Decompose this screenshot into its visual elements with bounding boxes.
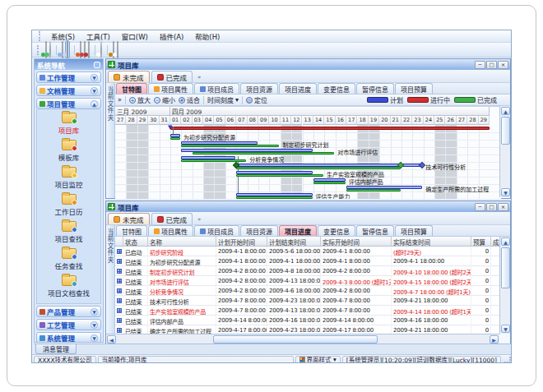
menu-item-3[interactable]: 插件(A) xyxy=(155,30,188,42)
menu-item-4[interactable]: 帮助(H) xyxy=(190,30,225,42)
globe-icon[interactable] xyxy=(49,42,51,58)
sidebar-item-项目文档查找[interactable]: 项目文档查找 xyxy=(37,274,100,302)
chevron-down-icon[interactable]: ▼ xyxy=(90,87,98,95)
sidebar-item-项目查找[interactable]: 项目查找 xyxy=(37,220,100,247)
table-row[interactable]: 已启动初步研究阶段2009-4-1 8:00:002009-5-6 18:00:… xyxy=(115,247,499,256)
progress-subtab-项目进度[interactable]: 项目进度 xyxy=(279,225,317,236)
help-icon[interactable] xyxy=(100,42,102,58)
close-button[interactable]: × xyxy=(498,61,508,69)
progress-side-strip[interactable]: 当前文件夹 xyxy=(106,225,115,344)
sidebar-item-任务查找[interactable]: 任务查找 xyxy=(37,247,100,274)
column-header-成[interactable]: 成 xyxy=(491,237,499,247)
sidebar-group-工作管理[interactable]: 工作管理▼ xyxy=(36,71,101,83)
gantt-subtab-甘特图[interactable]: 甘特图 xyxy=(116,83,147,94)
table-row[interactable]: 已结束分析竞争情况2009-4-2 8:00:002009-4-6 18:00:… xyxy=(115,286,499,296)
fit-button[interactable]: #适合 xyxy=(179,95,200,104)
gantt-side-strip[interactable]: 当前文件夹 xyxy=(106,83,115,198)
table-row[interactable]: 已结束对市场进行评估2009-4-2 8:00:002009-4-13 18:0… xyxy=(115,276,499,286)
menu-item-2[interactable]: 窗口(W) xyxy=(117,30,153,42)
column-header-计划结束时间[interactable]: 计划结束时间 xyxy=(267,237,321,247)
menu-item-0[interactable]: 系统(S) xyxy=(46,30,80,42)
table-row[interactable]: 已结束生产实验室规模的产品2009-4-7 8:00:002009-4-13 1… xyxy=(115,306,499,316)
column-header-预算[interactable]: 预算 xyxy=(471,237,491,247)
timescale-dropdown[interactable]: 时间刻度▾ xyxy=(207,95,239,104)
tab-message-manage[interactable]: 消息管理 xyxy=(35,344,77,354)
progress-subtab-甘特图[interactable]: 甘特图 xyxy=(116,225,147,236)
exit-icon[interactable] xyxy=(117,42,118,58)
report-delete-icon[interactable] xyxy=(88,42,90,58)
chevron-down-icon[interactable]: ▼ xyxy=(90,321,98,329)
maximize-button[interactable]: □ xyxy=(486,203,497,211)
sidebar-group-系统管理[interactable]: 系统管理▼ xyxy=(36,332,101,343)
sidebar-group-工艺管理[interactable]: 工艺管理▼ xyxy=(36,319,101,330)
progress-subtab-项目成员[interactable]: 项目成员 xyxy=(194,225,239,236)
column-header-icon[interactable] xyxy=(115,237,123,247)
gantt-vscrollbar[interactable]: ▲▼ xyxy=(499,106,510,197)
gantt-subtab-变更信息[interactable]: 变更信息 xyxy=(318,83,355,94)
resize-grip[interactable] xyxy=(504,357,511,363)
progress-subtab-项目资源[interactable]: 项目资源 xyxy=(240,225,278,236)
table-row[interactable]: 已结束制定初步研究计划2009-4-2 8:00:002009-4-8 18:0… xyxy=(115,266,499,276)
ui-style-switcher[interactable]: 界面样式 ▾ xyxy=(295,356,341,364)
sidebar-group-项目管理[interactable]: 项目管理▲ xyxy=(36,98,101,109)
tab-overflow-button[interactable]: » xyxy=(194,72,204,82)
scroll-right-arrow[interactable]: ▶ xyxy=(490,335,499,344)
pin-icon[interactable] xyxy=(94,62,100,68)
chevron-down-icon[interactable]: ▼ xyxy=(90,74,98,81)
maximize-button[interactable]: □ xyxy=(486,61,497,69)
gantt-subtab-暂停信息[interactable]: 暂停信息 xyxy=(356,83,394,94)
gantt-tab-已完成[interactable]: 已完成 xyxy=(151,71,193,82)
legend-label: 计划 xyxy=(390,95,403,104)
sidebar-group-产品管理[interactable]: 产品管理▼ xyxy=(36,306,101,317)
column-header-计划开始时间[interactable]: 计划开始时间 xyxy=(216,237,267,247)
scroll-thumb[interactable] xyxy=(501,247,510,288)
sidebar-item-项目库[interactable]: 项目库 xyxy=(37,112,100,139)
gantt-toolbar-overflow[interactable]: » xyxy=(118,96,122,104)
minimize-button[interactable]: ─ xyxy=(475,61,485,69)
gantt-subtab-项目资源[interactable]: 项目资源 xyxy=(240,83,278,94)
progress-subtab-暂停信息[interactable]: 暂停信息 xyxy=(356,225,394,236)
sidebar-item-工作日历[interactable]: 工作日历 xyxy=(37,193,100,220)
save-icon[interactable] xyxy=(66,41,69,58)
scroll-left-arrow[interactable]: ◀ xyxy=(107,335,116,344)
table-vscrollbar[interactable]: ▲▼ xyxy=(499,237,510,334)
gantt-subtab-项目进度[interactable]: 项目进度 xyxy=(279,83,317,94)
scroll-thumb[interactable] xyxy=(501,117,510,145)
progress-tab-未完成[interactable]: 未完成 xyxy=(108,213,150,224)
sidebar-item-模板库[interactable]: 模板库 xyxy=(37,139,100,166)
chevron-down-icon[interactable]: ▼ xyxy=(90,334,98,342)
sidebar-group-文档管理[interactable]: 文档管理▼ xyxy=(36,85,101,96)
scroll-thumb[interactable] xyxy=(213,335,378,344)
column-header-实际开始时间[interactable]: 实际开始时间 xyxy=(321,237,392,247)
progress-subtab-变更信息[interactable]: 变更信息 xyxy=(318,225,355,236)
chevron-up-icon[interactable]: ▲ xyxy=(90,100,98,108)
menu-item-1[interactable]: 工具(T) xyxy=(81,30,115,42)
table-row[interactable]: 已结束技术可行性分析2009-4-7 8:00:002009-4-23 18:0… xyxy=(115,296,499,306)
progress-tab-已完成[interactable]: 已完成 xyxy=(151,213,193,224)
column-header-状态[interactable]: 状态 xyxy=(123,237,148,247)
progress-subtab-项目预算[interactable]: 项目预算 xyxy=(395,225,433,236)
gantt-subtab-项目属性[interactable]: 项目属性 xyxy=(148,83,193,94)
table-hscrollbar[interactable]: ◀▶ xyxy=(106,334,499,344)
scroll-up-arrow[interactable]: ▲ xyxy=(501,107,510,115)
zoom-in-button[interactable]: +放大 xyxy=(129,95,151,104)
minimize-button[interactable]: ─ xyxy=(475,203,485,211)
table-row[interactable]: 已结束评估内部产品2009-4-14 8:00:002009-4-16 18:0… xyxy=(115,316,499,325)
gantt-subtab-项目预算[interactable]: 项目预算 xyxy=(395,83,433,94)
progress-subtab-项目属性[interactable]: 项目属性 xyxy=(148,225,193,236)
gantt-tab-未完成[interactable]: 未完成 xyxy=(108,71,150,82)
locate-button[interactable]: ◎定位 xyxy=(246,95,267,104)
gantt-subtab-项目成员[interactable]: 项目成员 xyxy=(194,83,239,94)
table-row[interactable]: 已结束确定生产所需的加工过程2009-4-17 8:00:002009-4-23… xyxy=(115,325,499,334)
scroll-down-arrow[interactable]: ▼ xyxy=(501,188,510,196)
column-header-名称[interactable]: 名称 xyxy=(148,237,216,247)
zoom-out-button[interactable]: −缩小 xyxy=(154,95,175,104)
scroll-up-arrow[interactable]: ▲ xyxy=(501,238,510,246)
tab-overflow-button[interactable]: » xyxy=(194,214,204,224)
chevron-down-icon[interactable]: ▼ xyxy=(90,308,98,316)
close-button[interactable]: × xyxy=(498,203,508,211)
table-row[interactable]: 已结束为初步研究分配资源2009-4-1 8:00:002009-4-1 18:… xyxy=(115,256,499,266)
scroll-down-arrow[interactable]: ▼ xyxy=(501,325,510,333)
sidebar-item-项目监控[interactable]: 项目监控 xyxy=(37,166,100,193)
column-header-实际结束时间[interactable]: 实际结束时间 xyxy=(392,237,471,247)
